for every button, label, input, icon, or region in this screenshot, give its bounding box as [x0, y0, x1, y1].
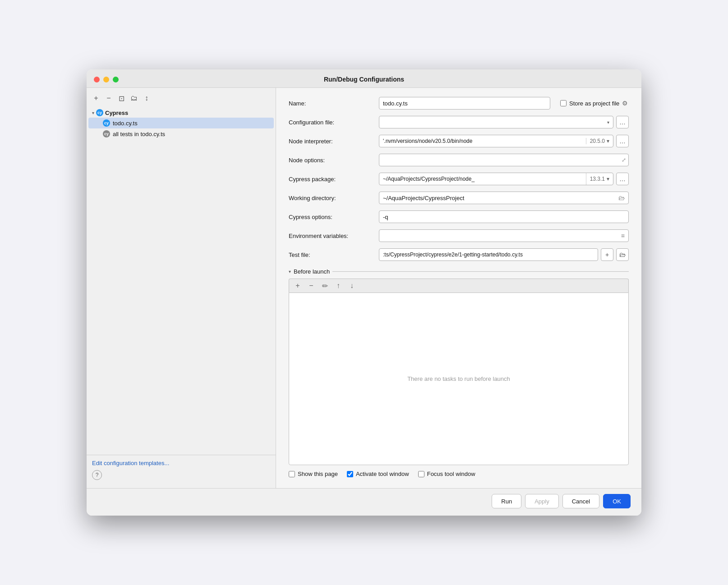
node-interpreter-browse-button[interactable]: …: [616, 135, 629, 147]
node-interpreter-row: Node interpreter: '.nvm/versions/node/v2…: [289, 135, 629, 147]
node-options-control: ⤢: [379, 154, 629, 166]
env-vars-box[interactable]: ≡: [379, 229, 629, 242]
name-control: Store as project file ⚙: [379, 97, 629, 110]
env-vars-label: Environment variables:: [289, 233, 379, 239]
working-dir-folder-icon[interactable]: 🗁: [618, 194, 625, 201]
node-options-row: Node options: ⤢: [289, 154, 629, 166]
ok-button[interactable]: OK: [603, 494, 631, 508]
node-options-box: ⤢: [379, 154, 629, 166]
cypress-pkg-browse-button[interactable]: …: [616, 173, 629, 185]
test-file-label: Test file:: [289, 251, 379, 258]
cypress-options-row: Cypress options:: [289, 210, 629, 223]
cypress-options-control: [379, 210, 629, 223]
cypress-pkg-box[interactable]: ~/AquaProjects/CypressProject/node_ 13.3…: [379, 173, 613, 185]
store-project-gear-icon[interactable]: ⚙: [622, 100, 628, 107]
before-launch-chevron-icon[interactable]: ▾: [289, 269, 291, 274]
env-vars-row: Environment variables: ≡: [289, 229, 629, 242]
config-file-browse-button[interactable]: …: [616, 116, 629, 128]
env-vars-list-icon[interactable]: ≡: [621, 232, 625, 239]
cancel-button[interactable]: Cancel: [562, 494, 599, 508]
test-file-add-button[interactable]: +: [601, 248, 613, 261]
todo-item-label: todo.cy.ts: [113, 120, 138, 127]
config-file-dropdown[interactable]: ▾: [379, 116, 613, 128]
tree-item-all-tests[interactable]: cy all tests in todo.cy.ts: [88, 128, 274, 139]
focus-window-row: Focus tool window: [418, 471, 475, 477]
working-dir-label: Working directory:: [289, 195, 379, 201]
focus-window-label: Focus tool window: [427, 471, 475, 477]
focus-window-checkbox[interactable]: [418, 471, 424, 477]
before-launch-body: There are no tasks to run before launch: [289, 292, 629, 465]
bl-remove-button[interactable]: −: [306, 281, 316, 291]
node-path-text: '.nvm/versions/node/v20.5.0/bin/node: [379, 138, 586, 144]
config-file-arrow-icon: ▾: [607, 120, 609, 125]
cypress-group-label: Cypress: [105, 110, 128, 116]
tree-item-todo[interactable]: cy todo.cy.ts: [88, 118, 274, 128]
dialog-footer: Run Apply Cancel OK: [87, 488, 641, 516]
node-path-box[interactable]: '.nvm/versions/node/v20.5.0/bin/node 20.…: [379, 135, 613, 147]
store-project-checkbox[interactable]: [560, 100, 567, 106]
cypress-pkg-control: ~/AquaProjects/CypressProject/node_ 13.3…: [379, 173, 629, 185]
cypress-group-header[interactable]: ▾ cy Cypress: [88, 108, 274, 118]
test-file-row: Test file: :ts/CypressProject/cypress/e2…: [289, 248, 629, 261]
cypress-options-label: Cypress options:: [289, 214, 379, 220]
node-options-expand-icon[interactable]: ⤢: [622, 157, 626, 163]
cypress-pkg-text: ~/AquaProjects/CypressProject/node_: [379, 176, 586, 182]
cypress-version-text: 13.3.1: [590, 176, 605, 182]
name-row: Name: Store as project file ⚙: [289, 97, 629, 110]
test-file-browse-button[interactable]: 🗁: [616, 248, 629, 261]
bl-up-button[interactable]: ↑: [333, 281, 343, 291]
cypress-group-icon: cy: [96, 109, 103, 116]
show-page-row: Show this page: [289, 471, 338, 477]
show-page-checkbox[interactable]: [289, 471, 295, 477]
before-launch-label: Before launch: [294, 268, 330, 275]
working-dir-box[interactable]: ~/AquaProjects/CypressProject 🗁: [379, 192, 629, 204]
test-file-box[interactable]: :ts/CypressProject/cypress/e2e/1-getting…: [379, 248, 598, 261]
test-file-control: :ts/CypressProject/cypress/e2e/1-getting…: [379, 248, 629, 261]
node-options-input[interactable]: [379, 154, 629, 166]
activate-window-row: Activate tool window: [347, 471, 409, 477]
before-launch-header: ▾ Before launch: [289, 268, 629, 275]
bl-edit-button[interactable]: ✏: [320, 281, 330, 291]
test-file-text: :ts/CypressProject/cypress/e2e/1-getting…: [383, 251, 594, 258]
working-dir-row: Working directory: ~/AquaProjects/Cypres…: [289, 192, 629, 204]
edit-templates-link[interactable]: Edit configuration templates...: [92, 460, 169, 466]
maximize-button[interactable]: [113, 77, 119, 82]
name-input[interactable]: [379, 97, 550, 110]
node-version-selector[interactable]: 20.5.0 ▾: [586, 138, 613, 144]
traffic-lights: [94, 77, 119, 82]
sidebar: + − ⊡ 🗂 ↕ ▾ cy Cypress cy todo.cy.ts: [87, 88, 276, 488]
apply-button[interactable]: Apply: [525, 494, 559, 508]
config-file-control: ▾ …: [379, 116, 629, 128]
node-version-text: 20.5.0: [590, 138, 605, 144]
folder-config-button[interactable]: 🗂: [129, 93, 139, 103]
store-project-container: Store as project file ⚙: [560, 100, 628, 107]
env-vars-control: ≡: [379, 229, 629, 242]
sort-config-button[interactable]: ↕: [142, 93, 152, 103]
remove-config-button[interactable]: −: [104, 93, 114, 103]
before-launch-divider: [332, 271, 629, 272]
minimize-button[interactable]: [103, 77, 109, 82]
bl-down-button[interactable]: ↓: [347, 281, 357, 291]
before-launch-section: ▾ Before launch + − ✏ ↑ ↓ There are no t…: [289, 268, 629, 465]
cypress-pkg-label: Cypress package:: [289, 176, 379, 183]
activate-window-checkbox[interactable]: [347, 471, 353, 477]
before-launch-toolbar: + − ✏ ↑ ↓: [289, 279, 629, 292]
run-button[interactable]: Run: [492, 494, 521, 508]
add-config-button[interactable]: +: [91, 93, 101, 103]
sidebar-footer: Edit configuration templates... ?: [87, 455, 276, 484]
bl-add-button[interactable]: +: [293, 281, 303, 291]
cypress-version-selector[interactable]: 13.3.1 ▾: [586, 173, 613, 185]
close-button[interactable]: [94, 77, 100, 82]
activate-window-label: Activate tool window: [356, 471, 409, 477]
node-interpreter-control: '.nvm/versions/node/v20.5.0/bin/node 20.…: [379, 135, 629, 147]
node-options-label: Node options:: [289, 157, 379, 164]
name-label: Name:: [289, 100, 379, 107]
help-button[interactable]: ?: [92, 470, 102, 480]
copy-config-button[interactable]: ⊡: [116, 93, 126, 103]
dialog-title: Run/Debug Configurations: [324, 76, 404, 83]
show-page-label: Show this page: [298, 471, 338, 477]
config-file-row: Configuration file: ▾ …: [289, 116, 629, 128]
cypress-options-input[interactable]: [379, 210, 629, 223]
title-bar: Run/Debug Configurations: [87, 69, 641, 88]
working-dir-text: ~/AquaProjects/CypressProject: [383, 195, 618, 201]
